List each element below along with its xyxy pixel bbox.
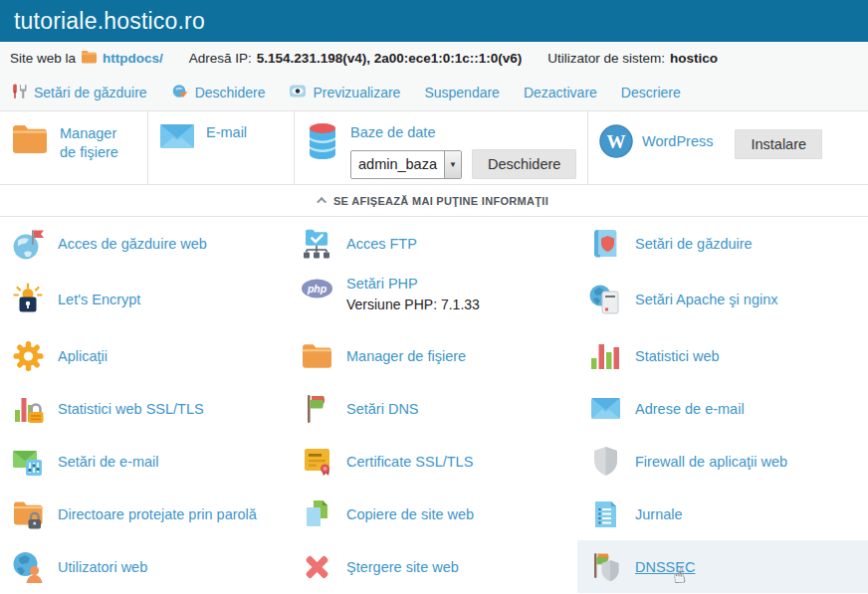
chevron-up-icon bbox=[317, 197, 326, 207]
quick-email[interactable]: E-mail bbox=[147, 111, 294, 184]
log-document-icon bbox=[589, 497, 622, 531]
system-user-value: hostico bbox=[670, 51, 718, 66]
quick-wordpress-label[interactable]: WordPress bbox=[642, 133, 713, 149]
svg-text:W: W bbox=[607, 131, 626, 152]
svg-text:php: php bbox=[307, 283, 327, 295]
quick-access-row: Manager de fişiere E-mail Baze de date a… bbox=[0, 111, 868, 185]
tool-protected-directories[interactable]: Directoare protejate prin parolă bbox=[0, 488, 289, 540]
tool-website-copying[interactable]: Copiere de site web bbox=[289, 488, 577, 540]
database-open-button[interactable]: Deschidere bbox=[472, 149, 576, 179]
globe-server-icon bbox=[589, 283, 622, 316]
tools-grid: Acces de găzduire web Let's Encrypt Apli… bbox=[0, 217, 868, 593]
envelope-icon bbox=[158, 121, 196, 155]
wordpress-icon: W bbox=[598, 123, 634, 163]
tool-applications[interactable]: Aplicaţii bbox=[0, 329, 289, 382]
dropdown-arrow-icon: ▼ bbox=[444, 151, 461, 178]
site-info-bar: Site web la httpdocs/ Adresă IP: 5.154.2… bbox=[0, 42, 868, 75]
folder-lock-icon bbox=[12, 497, 45, 531]
globe-user-icon bbox=[12, 550, 45, 584]
tool-ftp-access[interactable]: Acces FTP bbox=[289, 217, 577, 270]
tool-logs[interactable]: Jurnale bbox=[577, 488, 868, 540]
shield-icon bbox=[589, 445, 622, 479]
envelope-icon bbox=[589, 392, 622, 426]
scroll-shield-icon bbox=[589, 227, 622, 261]
tool-web-statistics[interactable]: Statistici web bbox=[577, 329, 868, 382]
action-hosting-settings[interactable]: Setări de găzduire bbox=[10, 83, 147, 103]
folder-icon bbox=[301, 339, 333, 373]
hosting-tools-icon bbox=[10, 83, 28, 103]
site-location-label: Site web la bbox=[10, 51, 76, 66]
tool-dnssec[interactable]: DNSSEC ☝ bbox=[577, 540, 868, 593]
envelope-sliders-icon bbox=[12, 445, 45, 479]
tool-apache-nginx-settings[interactable]: Setări Apache şi nginx bbox=[577, 270, 868, 329]
php-version-text: Versiune PHP: 7.1.33 bbox=[346, 297, 480, 312]
action-description[interactable]: Descriere bbox=[621, 85, 681, 100]
tool-web-stats-ssl[interactable]: Statistici web SSL/TLS bbox=[0, 382, 289, 435]
gear-icon bbox=[12, 339, 45, 373]
database-icon bbox=[305, 121, 340, 165]
action-suspend[interactable]: Suspendare bbox=[424, 85, 500, 100]
folder-network-icon bbox=[301, 227, 333, 261]
system-user: Utilizator de sistem: hostico bbox=[547, 51, 718, 66]
tool-web-app-firewall[interactable]: Firewall de aplicaţii web bbox=[577, 435, 868, 488]
top-info-band: Site web la httpdocs/ Adresă IP: 5.154.2… bbox=[0, 42, 868, 111]
globe-flag-icon bbox=[12, 227, 45, 261]
httpdocs-link[interactable]: httpdocs/ bbox=[103, 51, 163, 66]
action-deactivate[interactable]: Dezactivare bbox=[524, 85, 597, 100]
copy-pages-icon bbox=[301, 497, 333, 531]
tool-php-settings[interactable]: php Setări PHP Versiune PHP: 7.1.33 bbox=[289, 270, 577, 329]
show-less-label: SE AFIŞEAZĂ MAI PUŢINE INFORMAŢII bbox=[333, 195, 548, 207]
database-select[interactable]: admin_baza ▼ bbox=[350, 150, 462, 179]
quick-file-manager-label: Manager de fişiere bbox=[60, 124, 129, 162]
action-preview[interactable]: Previzualizare bbox=[289, 84, 400, 101]
tool-hosting-settings[interactable]: Setări de găzduire bbox=[577, 217, 868, 270]
chart-lock-icon bbox=[12, 392, 45, 426]
certificate-icon bbox=[301, 445, 333, 479]
tool-lets-encrypt[interactable]: Let's Encrypt bbox=[0, 270, 289, 329]
flags-shield-icon bbox=[589, 550, 622, 584]
database-select-value: admin_baza bbox=[351, 151, 444, 178]
tool-remove-website[interactable]: Ştergere site web bbox=[289, 540, 577, 593]
ip-label: Adresă IP: bbox=[189, 51, 252, 66]
page-header: tutoriale.hostico.ro bbox=[0, 0, 868, 42]
folder-icon bbox=[10, 121, 50, 161]
database-controls: admin_baza ▼ Deschidere bbox=[350, 149, 576, 179]
wordpress-install-button[interactable]: Instalare bbox=[735, 129, 822, 159]
quick-email-label: E-mail bbox=[206, 124, 247, 140]
site-actions-bar: Setări de găzduire Deschidere Previzuali… bbox=[0, 75, 868, 110]
tool-ssl-certificates[interactable]: Certificate SSL/TLS bbox=[289, 435, 577, 488]
system-user-label: Utilizator de sistem: bbox=[547, 51, 665, 66]
tool-email-addresses[interactable]: Adrese de e-mail bbox=[577, 382, 868, 435]
site-location: Site web la httpdocs/ bbox=[10, 50, 163, 67]
padlock-sun-icon bbox=[12, 283, 45, 316]
page-title: tutoriale.hostico.ro bbox=[14, 8, 205, 35]
quick-file-manager[interactable]: Manager de fişiere bbox=[0, 111, 147, 184]
php-icon: php bbox=[301, 276, 333, 309]
quick-databases-label[interactable]: Baze de date bbox=[350, 124, 576, 140]
preview-eye-icon bbox=[289, 84, 307, 101]
ip-value: 5.154.231.198(v4), 2a00:ece1:0:1c::1:0(v… bbox=[257, 51, 522, 66]
red-x-icon bbox=[301, 550, 333, 584]
tool-web-users[interactable]: Utilizatori web bbox=[0, 540, 289, 593]
ip-address: Adresă IP: 5.154.231.198(v4), 2a00:ece1:… bbox=[189, 51, 522, 66]
tool-web-hosting-access[interactable]: Acces de găzduire web bbox=[0, 217, 289, 270]
tool-dns-settings[interactable]: Setări DNS bbox=[289, 382, 577, 435]
open-site-icon bbox=[171, 83, 189, 103]
action-open-site[interactable]: Deschidere bbox=[171, 83, 266, 103]
quick-databases: Baze de date admin_baza ▼ Deschidere bbox=[294, 111, 587, 184]
show-less-toggle[interactable]: SE AFIŞEAZĂ MAI PUŢINE INFORMAŢII bbox=[0, 185, 868, 217]
tool-mail-settings[interactable]: Setări de e-mail bbox=[0, 435, 289, 488]
flags-icon bbox=[301, 392, 333, 426]
folder-icon bbox=[81, 50, 98, 67]
tool-file-manager[interactable]: Manager de fişiere bbox=[289, 329, 577, 382]
quick-wordpress: W WordPress Instalare bbox=[587, 111, 868, 184]
bar-chart-icon bbox=[589, 339, 622, 373]
